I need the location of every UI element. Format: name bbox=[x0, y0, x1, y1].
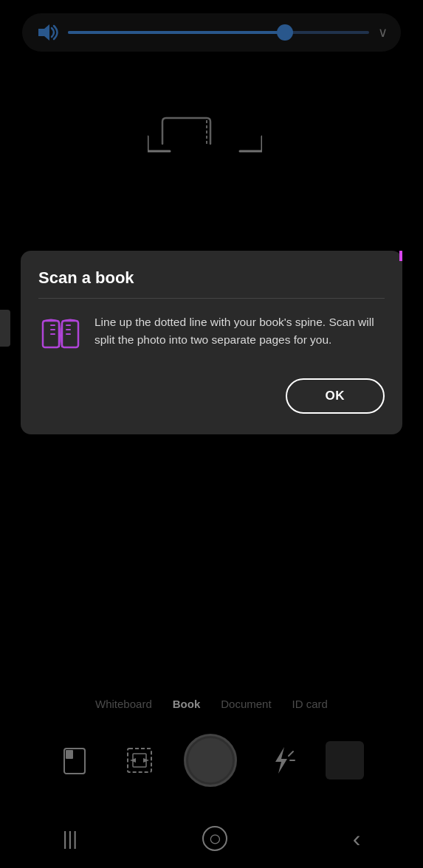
book-icon-wrap bbox=[38, 313, 83, 358]
scan-book-dialog: Scan a book Line up the dotted li bbox=[21, 251, 402, 434]
dialog-divider bbox=[38, 298, 385, 299]
ok-button[interactable]: OK bbox=[286, 378, 385, 414]
book-icon bbox=[40, 315, 81, 356]
dialog-body: Line up the dotted line with your book's… bbox=[38, 313, 385, 358]
dialog-accent bbox=[399, 251, 402, 261]
dialog-body-text: Line up the dotted line with your book's… bbox=[94, 313, 385, 349]
dialog-title: Scan a book bbox=[38, 268, 385, 288]
dialog-footer: OK bbox=[38, 378, 385, 414]
